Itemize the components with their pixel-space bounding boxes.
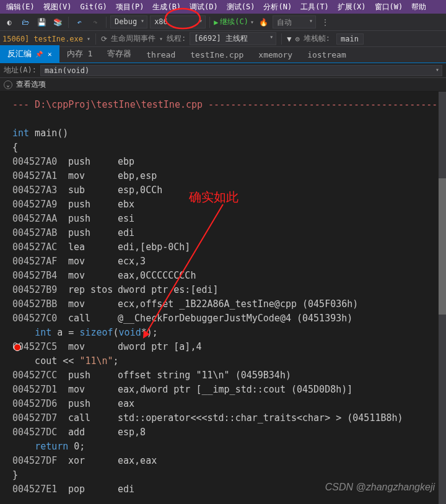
menu-extensions[interactable]: 扩展(X) [334, 1, 370, 14]
platform-dropdown[interactable]: x86 [150, 15, 206, 28]
asm-line: 004527DFxoreax,eax [12, 454, 446, 468]
tab-thread[interactable]: thread [139, 47, 183, 63]
continue-button[interactable]: ▶ 继续(C) ▾ [214, 17, 254, 27]
asm-line: 004527A1movebp,esp [12, 169, 446, 183]
source-line: } [12, 468, 446, 482]
lifecycle-label: 生命周期事件 [111, 33, 155, 44]
asm-line: 004527ACleaedi,[ebp-0Ch] [12, 240, 446, 254]
close-icon[interactable]: ✕ [48, 50, 52, 58]
asm-line: 004527DCaddesp,8 [12, 425, 446, 440]
source-line: int main() [12, 126, 446, 141]
save-all-icon[interactable]: 📚 [51, 15, 64, 29]
thread-dropdown[interactable]: [6692] 主线程 [190, 32, 276, 45]
chevron-down-icon[interactable]: ⌄ [4, 80, 12, 89]
tab-disassembly[interactable]: 反汇编 📌 ✕ [0, 45, 59, 63]
asm-line: 004527D6pusheax [12, 397, 446, 411]
menu-debug[interactable]: 调试(D) [186, 1, 222, 14]
scrollbar[interactable] [439, 92, 446, 504]
menu-edit[interactable]: 编辑(E) [2, 1, 38, 14]
scrollbar-thumb[interactable] [439, 178, 446, 315]
address-bar: 地址(A): main(void) [0, 63, 446, 78]
asm-line: 004527AFmovecx,3 [12, 254, 446, 269]
tab-registers[interactable]: 寄存器 [100, 45, 139, 63]
thread-label-text: 线程: [167, 33, 186, 44]
stack-label-text: 堆栈帧: [304, 33, 330, 44]
menubar: 编辑(E) 视图(V) Git(G) 项目(P) 生成(B) 调试(D) 测试(… [0, 0, 446, 14]
asm-line: 004527AApushesi [12, 212, 446, 226]
menu-build[interactable]: 生成(B) [149, 1, 185, 14]
asm-line: 004527B4moveax,0CCCCCCCCh [12, 269, 446, 283]
disassembly-view[interactable]: --- D:\cppProj\testIne\testIne.cpp -----… [0, 92, 446, 504]
play-icon: ▶ [214, 18, 218, 27]
toolbar: ◐ 🗁 💾 📚 ↶ ↷ Debug x86 ▶ 继续(C) ▾ 🔥 自动 ⋮ [0, 14, 446, 31]
tab-row: 反汇编 📌 ✕ 内存 1 寄存器 thread testIne.cpp xmem… [0, 47, 446, 63]
address-label: 地址(A): [4, 65, 37, 76]
undo-icon[interactable]: ↶ [72, 15, 86, 29]
stackframe-dropdown[interactable]: main [336, 33, 364, 45]
view-options-label: 查看选项 [16, 79, 46, 90]
source-line: return 0; [12, 440, 446, 454]
menu-analyze[interactable]: 分析(N) [260, 1, 295, 14]
dropdown-icon[interactable]: ⋮ [318, 15, 332, 29]
asm-line: 004527C5movdword ptr [a],4 [12, 340, 446, 354]
process-label: 15060] testIne.exe [2, 35, 83, 43]
source-line: cout << "11\n"; [12, 354, 446, 368]
menu-git[interactable]: Git(G) [76, 1, 110, 12]
tab-iostream[interactable]: iostream [300, 47, 354, 63]
view-options-row[interactable]: ⌄ 查看选项 [0, 78, 446, 92]
save-icon[interactable]: 💾 [35, 15, 48, 29]
menu-tools[interactable]: 工具(T) [297, 1, 333, 14]
asm-line: 004527D7callstd::operator<<<std::char_tr… [12, 411, 446, 425]
open-icon[interactable]: 🗁 [19, 15, 32, 29]
asm-line: 004527ABpushedi [12, 226, 446, 240]
menu-window[interactable]: 窗口(W) [371, 1, 407, 14]
watermark: CSDN @zhangzhangkeji [325, 482, 435, 493]
source-line: { [12, 141, 446, 155]
breakpoint-icon[interactable] [14, 344, 21, 351]
asm-line: 004527A0pushebp [12, 155, 446, 169]
asm-line: 004527B9rep stosdword ptr es:[edi] [12, 283, 446, 297]
asm-line: 004527CCpushoffset string "11\n" (0459B3… [12, 368, 446, 383]
pin-icon[interactable]: 📌 [35, 51, 43, 58]
config-dropdown[interactable]: Debug [110, 15, 147, 28]
menu-project[interactable]: 项目(P) [112, 1, 148, 14]
asm-line: 004527D1moveax,dword ptr [__imp_std::cou… [12, 383, 446, 397]
address-input[interactable]: main(void) [40, 65, 442, 76]
tab-testine-cpp[interactable]: testIne.cpp [183, 47, 251, 63]
annotation-text: 确实如此 [189, 189, 238, 206]
tab-xmemory[interactable]: xmemory [251, 47, 300, 63]
asm-line: 004527C0call@__CheckForDebuggerJustMyCod… [12, 311, 446, 326]
redo-icon[interactable]: ↷ [89, 15, 102, 29]
filter-icon[interactable]: ▼ [287, 35, 291, 43]
source-line: int a = sizeof(void*); [12, 326, 446, 340]
auto-dropdown[interactable]: 自动 [273, 15, 316, 28]
tab-memory[interactable]: 内存 1 [59, 45, 100, 63]
menu-view[interactable]: 视图(V) [40, 1, 76, 14]
menu-test[interactable]: 测试(S) [223, 1, 259, 14]
asm-line: 004527BBmovecx,offset _1B22A86A_testIne@… [12, 297, 446, 311]
menu-help[interactable]: 帮助 [408, 1, 430, 14]
settings-icon[interactable]: ⚙ [295, 35, 300, 43]
new-item-icon[interactable]: ◐ [2, 15, 16, 29]
source-file-header: --- D:\cppProj\testIne\testIne.cpp -----… [12, 98, 446, 112]
hot-reload-icon[interactable]: 🔥 [256, 15, 270, 29]
